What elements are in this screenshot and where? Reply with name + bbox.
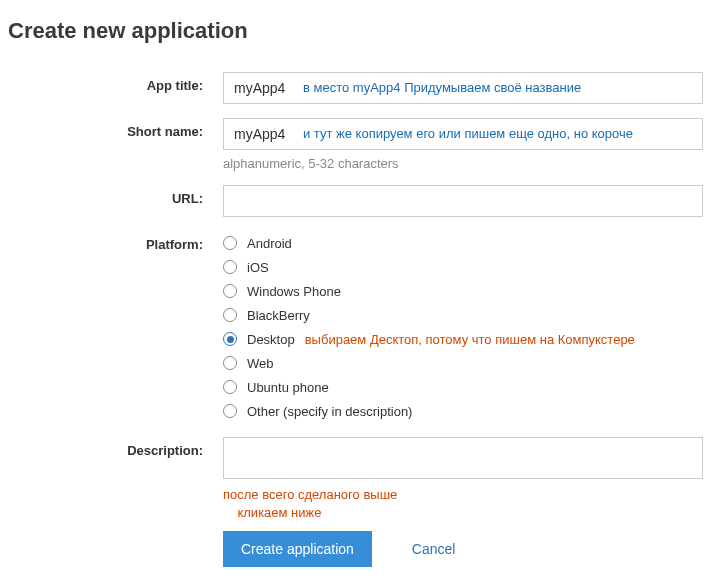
radio-icon[interactable]: [223, 332, 237, 346]
platform-label: Ubuntu phone: [247, 380, 329, 395]
radio-icon[interactable]: [223, 260, 237, 274]
annotation-pre-button: после всего сделаного выше кликаем ниже: [223, 486, 711, 521]
url-input[interactable]: [223, 185, 703, 217]
description-textarea[interactable]: [223, 437, 703, 479]
platform-label: Web: [247, 356, 274, 371]
page-title: Create new application: [8, 18, 711, 44]
cancel-button[interactable]: Cancel: [412, 541, 456, 557]
radio-icon[interactable]: [223, 356, 237, 370]
label-short-name: Short name:: [8, 118, 223, 139]
platform-label: BlackBerry: [247, 308, 310, 323]
platform-option-other[interactable]: Other (specify in description): [223, 399, 711, 423]
platform-option-winphone[interactable]: Windows Phone: [223, 279, 711, 303]
platform-option-ubuntu[interactable]: Ubuntu phone: [223, 375, 711, 399]
platform-label: Desktop: [247, 332, 295, 347]
platform-label: Windows Phone: [247, 284, 341, 299]
annotation-platform-desktop: выбираем Десктоп, потому что пишем на Ко…: [305, 332, 635, 347]
platform-label: iOS: [247, 260, 269, 275]
short-name-input[interactable]: [223, 118, 703, 150]
app-title-input[interactable]: [223, 72, 703, 104]
platform-option-android[interactable]: Android: [223, 231, 711, 255]
radio-icon[interactable]: [223, 404, 237, 418]
radio-icon[interactable]: [223, 236, 237, 250]
platform-option-web[interactable]: Web: [223, 351, 711, 375]
radio-icon[interactable]: [223, 308, 237, 322]
platform-radio-group: AndroidiOSWindows PhoneBlackBerryDesktop…: [223, 231, 711, 423]
short-name-hint: alphanumeric, 5-32 characters: [223, 156, 711, 171]
create-application-button[interactable]: Create application: [223, 531, 372, 567]
label-url: URL:: [8, 185, 223, 206]
radio-icon[interactable]: [223, 284, 237, 298]
platform-label: Other (specify in description): [247, 404, 412, 419]
platform-option-blackberry[interactable]: BlackBerry: [223, 303, 711, 327]
label-app-title: App title:: [8, 72, 223, 93]
platform-option-desktop[interactable]: Desktopвыбираем Десктоп, потому что пише…: [223, 327, 711, 351]
button-row: Create application Cancel: [223, 531, 711, 567]
platform-label: Android: [247, 236, 292, 251]
radio-icon[interactable]: [223, 380, 237, 394]
label-platform: Platform:: [8, 231, 223, 252]
platform-option-ios[interactable]: iOS: [223, 255, 711, 279]
label-description: Description:: [8, 437, 223, 458]
